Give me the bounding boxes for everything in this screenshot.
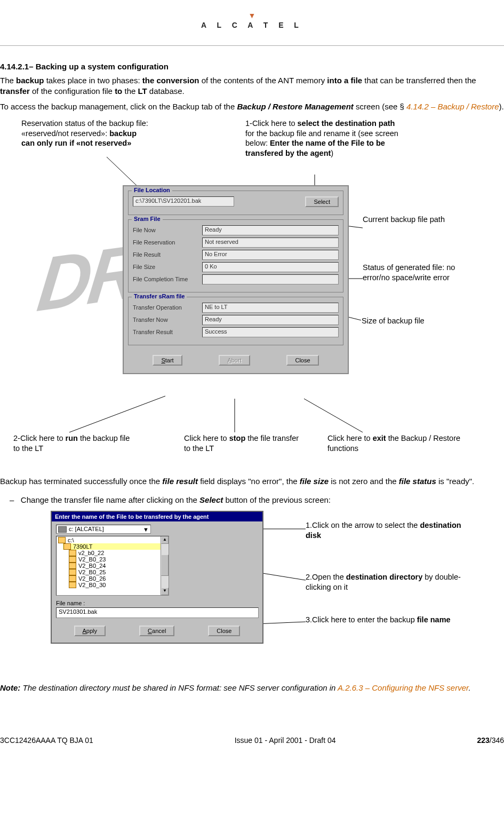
- group-file-location: File Location c:\7390LT\SV120201.bak Sel…: [128, 191, 343, 215]
- callout-current-path: Current backup file path: [363, 215, 464, 225]
- scroll-up-icon[interactable]: ▲: [161, 536, 169, 544]
- filename-input[interactable]: SV210301.bak: [56, 607, 259, 618]
- drive-select[interactable]: c: [ALCATEL] ▼: [56, 525, 151, 534]
- close-button[interactable]: Close: [286, 355, 318, 366]
- list-item[interactable]: c:\: [58, 537, 167, 543]
- brand-logo: ▼ A L C A T E L: [0, 11, 504, 29]
- figure-2-area: 1.Click on the arrow to select the desti…: [0, 511, 504, 671]
- callout-start-button: 2-Click here to run the backup file to t…: [13, 433, 131, 454]
- folder-icon: [69, 569, 76, 575]
- filename-label: File name :: [56, 600, 258, 606]
- paragraph-intro-1: The backup takes place in two phases: th…: [0, 75, 504, 97]
- file-size-field: 0 Ko: [202, 262, 339, 272]
- list-item[interactable]: V2_B0_24: [68, 563, 167, 569]
- folder-icon: [69, 582, 76, 588]
- list-item[interactable]: v2_b0_22: [68, 550, 167, 556]
- file-reservation-field: Not reserved: [202, 238, 339, 248]
- svg-line-7: [304, 399, 363, 432]
- figure-1-area: DRAFT Reservation status of the backup f…: [0, 118, 504, 471]
- section-heading: 4.14.2.1– Backing up a system configurat…: [0, 62, 504, 71]
- paragraph-result: Backup has terminated successfully once …: [0, 476, 504, 487]
- folder-icon: [69, 550, 76, 556]
- folder-list[interactable]: c:\ 7390LT v2_b0_22 V2_B0_23 V2_B0_24 V2…: [56, 536, 169, 596]
- file-result-field: No Error: [202, 250, 339, 260]
- folder-icon: [69, 563, 76, 569]
- drive-icon: [58, 526, 67, 533]
- callout-close-button: Click here to exit the Backup / Restore …: [327, 433, 487, 454]
- backup-window: File Location c:\7390LT\SV120201.bak Sel…: [123, 185, 349, 374]
- transfer-result-field: Success: [202, 327, 339, 337]
- list-item[interactable]: V2_B0_23: [68, 556, 167, 563]
- footer-page: 223/346: [477, 736, 504, 745]
- cancel-button[interactable]: Cancel: [139, 626, 174, 636]
- cross-ref-link: 4.14.2 – Backup / Restore: [406, 102, 499, 111]
- abort-button[interactable]: Abort: [219, 355, 250, 366]
- list-item[interactable]: V2_B0_30: [68, 582, 167, 588]
- section-title-text: Backing up a system configuration: [36, 62, 169, 71]
- apply-button[interactable]: Apply: [74, 626, 106, 636]
- file-now-field: Ready: [202, 225, 339, 235]
- paragraph-intro-2: To access the backup management, click o…: [0, 101, 504, 112]
- folder-icon: [69, 556, 76, 563]
- logo-text: A L C A T E L: [0, 21, 504, 29]
- folder-icon: [58, 537, 66, 543]
- page-footer: 3CC12426AAAA TQ BJA 01 Issue 01 - April …: [0, 736, 504, 745]
- divider: [0, 45, 504, 46]
- note-block: Note: The destination directory must be …: [0, 683, 504, 693]
- footer-doc-id: 3CC12426AAAA TQ BJA 01: [0, 736, 93, 745]
- scroll-down-icon[interactable]: ▼: [161, 588, 169, 595]
- dropdown-arrow-icon: ▼: [143, 526, 149, 533]
- list-item[interactable]: V2_B0_26: [68, 575, 167, 582]
- group-transfer-sram: Transfer sRam file Transfer OperationNE …: [128, 297, 343, 345]
- dialog-titlebar: Enter the name of the File to be transfe…: [52, 512, 262, 521]
- logo-triangle-icon: ▼: [249, 11, 256, 20]
- callout-select-path: 1-Click here to select the destination p…: [245, 118, 448, 159]
- file-dialog-window: Enter the name of the File to be transfe…: [51, 511, 263, 644]
- scroll-thumb[interactable]: [161, 555, 169, 576]
- cross-ref-link: A.2.6.3 – Configuring the NFS server: [338, 683, 468, 692]
- dialog-close-button[interactable]: Close: [208, 626, 240, 636]
- dialog-button-row: Apply Cancel Close: [52, 622, 262, 643]
- bullet-change-name: – Change the transfer file name after cl…: [10, 494, 504, 505]
- list-item[interactable]: V2_B0_25: [68, 569, 167, 575]
- list-item[interactable]: 7390LT: [63, 543, 167, 550]
- select-button[interactable]: Select: [305, 196, 339, 207]
- group-label: Transfer sRam file: [132, 293, 187, 299]
- file-location-input[interactable]: c:\7390LT\SV120201.bak: [133, 196, 234, 207]
- footer-issue: Issue 01 - April 2001 - Draft 04: [235, 736, 336, 745]
- callout-file-size: Size of backup file: [362, 316, 468, 326]
- folder-icon: [63, 543, 71, 550]
- callout-reservation: Reservation status of the backup file: «…: [21, 118, 197, 149]
- section-number: 4.14.2.1–: [0, 62, 34, 71]
- start-button[interactable]: Start: [153, 355, 182, 366]
- callout-abort-button: Click here to stop the file transfer to …: [184, 433, 301, 454]
- svg-line-5: [69, 396, 165, 432]
- callout-destination-disk: 1.Click on the arrow to select the desti…: [306, 520, 466, 541]
- callout-destination-dir: 2.Open the destination directory by doub…: [306, 572, 476, 592]
- note-label: Note:: [0, 683, 20, 692]
- window-button-row: Start Abort Close: [124, 350, 348, 373]
- transfer-now-field: Ready: [202, 315, 339, 325]
- callout-file-status: Status of generated file: no error/no sp…: [363, 263, 469, 283]
- scrollbar[interactable]: ▲ ▼: [161, 536, 169, 595]
- group-label: Sram File: [132, 216, 163, 222]
- folder-icon: [69, 575, 76, 582]
- group-label: File Location: [132, 187, 172, 193]
- group-sram-file: Sram File File NowReady File Reservation…: [128, 219, 343, 292]
- callout-file-name: 3.Click here to enter the backup file na…: [306, 615, 471, 625]
- file-completion-field: [202, 274, 339, 284]
- transfer-operation-field: NE to LT: [202, 303, 339, 313]
